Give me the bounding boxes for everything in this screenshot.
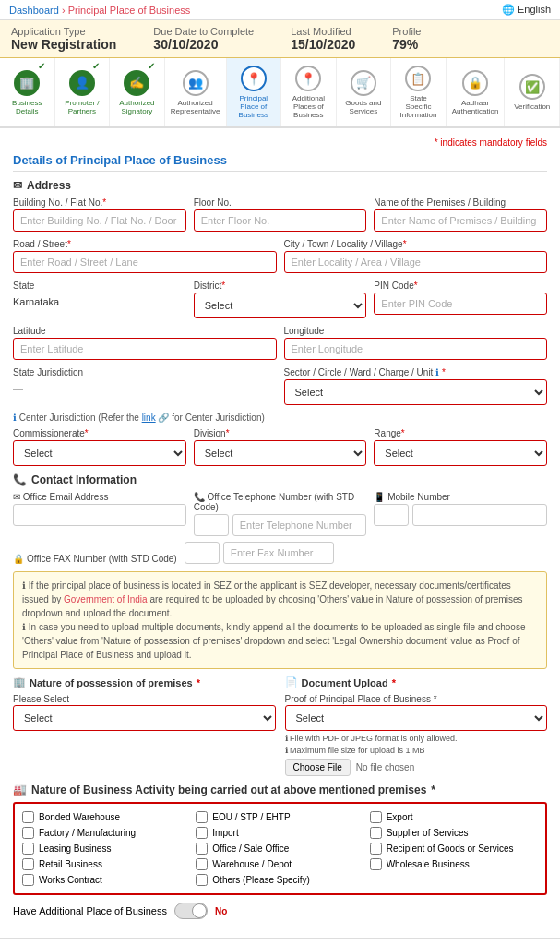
range-select[interactable]: Select [374, 440, 547, 466]
checkbox-import[interactable] [196, 827, 208, 839]
file-choose-row: Choose File No file chosen [285, 759, 548, 776]
state-juris-value: — [13, 379, 277, 394]
choose-file-button[interactable]: Choose File [285, 759, 351, 776]
proof-label: Proof of Principal Place of Business * [285, 694, 437, 704]
profile-value: 79% [392, 37, 421, 52]
document-panel-title: 📄 Document Upload * [285, 676, 548, 688]
email-input[interactable]: rajendralella@gmail.com [13, 504, 186, 526]
footer-bar: BACK SAVE & CONTINUE [0, 938, 560, 945]
info-icon-1: ℹ [285, 734, 288, 743]
due-date-label: Due Date to Complete [153, 26, 254, 37]
fax-row: 🔒 Office FAX Number (with STD Code) STD [13, 542, 547, 564]
center-juris-link[interactable]: link [142, 413, 156, 423]
list-item: Leasing Business [22, 843, 190, 855]
checkbox-export[interactable] [370, 811, 382, 823]
step-goods-services[interactable]: 🛒 Goods and Services [337, 58, 392, 126]
sector-select[interactable]: Select [284, 379, 548, 405]
long-input[interactable] [284, 338, 548, 360]
phone-number-input[interactable] [232, 514, 367, 536]
checkbox-bonded[interactable] [22, 811, 34, 823]
document-select[interactable]: Select [285, 705, 548, 731]
step-state-specific[interactable]: 📋 State Specific Information [391, 58, 447, 126]
step-verification[interactable]: ✅ Verification [505, 58, 560, 126]
road-group: Road / Street* [13, 239, 277, 273]
step-label-auth-sig: Authorized Signatory [115, 99, 159, 115]
checkbox-eou[interactable] [196, 811, 208, 823]
breadcrumb-dashboard[interactable]: Dashboard [9, 5, 59, 16]
division-select[interactable]: Select [194, 440, 367, 466]
step-icon-additional: 📍 [295, 66, 321, 91]
road-input[interactable] [13, 251, 277, 273]
warning-box: ℹ If the principal place of business is … [13, 571, 547, 669]
list-item: Others (Please Specify) [196, 874, 363, 886]
floor-group: Floor No. [194, 197, 367, 232]
biz-activity-label: Nature of Business Activity being carrie… [31, 784, 426, 796]
list-item: Wholesale Business [370, 858, 538, 870]
due-date-item: Due Date to Complete 30/10/2020 [153, 26, 254, 52]
city-group: City / Town / Locality / Village* [284, 239, 548, 273]
pin-input[interactable] [374, 293, 547, 315]
main-content: * indicates mandatory fields Details of … [0, 128, 560, 938]
district-group: District* Select [194, 281, 367, 318]
building-input[interactable] [13, 209, 186, 232]
mobile-prefix-input[interactable]: +91 [374, 504, 409, 526]
step-icon-auth-sig: ✍ [124, 70, 149, 96]
activity-box: Bonded Warehouse EOU / STP / EHTP Export… [13, 802, 547, 895]
step-promoter[interactable]: 👤 Promoter / Partners ✔ [55, 58, 111, 126]
range-group: Range* Select [374, 428, 547, 466]
fax-number-input[interactable] [223, 542, 334, 564]
lat-input[interactable] [13, 338, 277, 360]
commissionerate-label: Commissionerate* [13, 428, 186, 438]
checkbox-warehouse[interactable] [196, 858, 208, 870]
city-input[interactable] [284, 251, 548, 273]
nature-panel-title: 🏢 Nature of possession of premises * [13, 676, 276, 688]
info-bar: Application Type New Registration Due Da… [0, 20, 560, 58]
email-item: ✉ Office Email Address rajendralella@gma… [13, 492, 186, 536]
division-label: Division* [194, 428, 367, 438]
checkbox-recipient[interactable] [370, 843, 382, 855]
page-title: Details of Principal Place of Business [13, 153, 547, 172]
step-icon-promoter: 👤 [69, 70, 95, 96]
phone-std-input[interactable]: STD [194, 514, 229, 536]
mobile-row: +91 4533333333 [374, 504, 547, 526]
checkbox-works[interactable] [22, 874, 34, 886]
mobile-number-input[interactable]: 4533333333 [412, 504, 547, 526]
step-label-principal: Principal Place of Business [232, 94, 276, 119]
premises-input[interactable] [374, 209, 547, 232]
step-label-verify: Verification [514, 102, 550, 111]
step-navigation: 🏢 Business Details ✔ 👤 Promoter / Partne… [0, 58, 560, 128]
checkbox-retail[interactable] [22, 858, 34, 870]
app-type-label: Application Type [11, 26, 116, 37]
checkbox-supplier[interactable] [370, 827, 382, 839]
last-modified-value: 15/10/2020 [291, 37, 355, 52]
gov-india-link[interactable]: Government of India [64, 594, 148, 604]
top-nav: Dashboard › Principal Place of Business … [0, 0, 560, 20]
biz-activity-header: 🏭 Nature of Business Activity being carr… [13, 784, 547, 796]
district-select[interactable]: Select [194, 293, 367, 318]
checkbox-leasing[interactable] [22, 843, 34, 855]
step-principal-place[interactable]: 📍 Principal Place of Business [227, 58, 282, 126]
nature-select[interactable]: Select [13, 705, 276, 731]
phone-label: 📞 Office Telephone Number (with STD Code… [194, 492, 367, 512]
step-authorized-signatory[interactable]: ✍ Authorized Signatory ✔ [110, 58, 165, 126]
commissionerate-select[interactable]: Select [13, 440, 186, 466]
language-selector[interactable]: 🌐 English [502, 4, 551, 16]
checkbox-wholesale[interactable] [370, 858, 382, 870]
checkbox-others[interactable] [196, 874, 208, 886]
step-aadhaar[interactable]: 🔒 Aadhaar Authentication [447, 58, 506, 126]
center-juris-info-icon: ℹ [13, 413, 17, 423]
additional-place-toggle[interactable] [174, 903, 208, 919]
fax-std-input[interactable]: STD [185, 542, 220, 564]
document-panel: 📄 Document Upload * Proof of Principal P… [285, 676, 548, 776]
step-additional-places[interactable]: 📍 Additional Places of Business [281, 58, 337, 126]
checkbox-factory[interactable] [22, 827, 34, 839]
pin-group: PIN Code* [374, 281, 547, 318]
center-juris-icon: 🔗 [158, 413, 169, 423]
activity-grid: Bonded Warehouse EOU / STP / EHTP Export… [22, 811, 538, 886]
step-authorized-rep[interactable]: 👥 Authorized Representative [165, 58, 227, 126]
floor-input[interactable] [194, 209, 367, 232]
step-business-details[interactable]: 🏢 Business Details ✔ [0, 58, 55, 126]
mobile-icon: 📱 [374, 492, 385, 502]
contact-icon: 📞 [13, 473, 27, 486]
checkbox-office[interactable] [196, 843, 208, 855]
